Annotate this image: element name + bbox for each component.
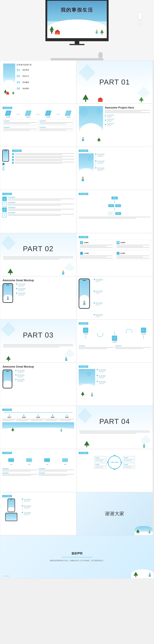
- grid-title-2: 行政管理: [120, 242, 125, 244]
- slide-awesome-great2: Awesome Great Mockup 22, Jan 2018: [0, 362, 77, 406]
- contents-item-2: 02 寒假生活: [17, 74, 73, 78]
- slide-header-6: 生活活动规划: [79, 193, 88, 195]
- slide-header-13: 生活活动规划: [2, 495, 12, 497]
- slide-timeline1: 生活活动规划: [77, 147, 153, 190]
- info-box-4: 活动流程说明: [39, 126, 74, 132]
- info-row-3: [12, 159, 74, 161]
- slide-part03: PART 03: [0, 320, 77, 362]
- slide-gear: 生活活动规划 活动流程 活动流程 标题文本预设: [77, 449, 153, 492]
- slide-header-5: 生活活动规划: [2, 193, 12, 195]
- icon-a: ①: [2, 196, 7, 201]
- copyright-text: 感谢您使用寒假设计作品，本模板仅供个人学习和使用。设计师原创作品！: [50, 559, 104, 562]
- row-4: 生活活动规划 ① ② ③ ④ 生活内容说明 生活内容说明: [0, 190, 154, 233]
- pt-date-2: 25, Jan 2018: [95, 290, 103, 292]
- phone-large: [2, 283, 15, 303]
- tl3-date-3: 22, Jan 2018: [24, 512, 31, 513]
- ag2-date-2: 22, Jan 2018: [17, 374, 24, 376]
- tl2-date-1: 22, Jan 2018: [99, 369, 106, 370]
- tl2-date-3: 22, Jan 2018: [99, 381, 106, 382]
- item-text-3: 寒假趣事: [22, 81, 29, 84]
- slide-info3: 活动流程规划 A 活动内容 B 活动内容: [77, 320, 153, 362]
- tag-1: 工作: [108, 204, 114, 207]
- year-2017: 2017: [2, 414, 17, 421]
- arrow-box-4: 活动流程说明: [39, 472, 74, 476]
- tl-date-2: 22, Jan 2018: [97, 160, 104, 162]
- pt-item-4: 25, Jan 2018: [94, 314, 151, 317]
- year-2021: 2021: [60, 414, 74, 421]
- contents-item-1: 01 我的寒假: [17, 68, 73, 72]
- u-connector-left: [97, 333, 103, 337]
- timeline-row-3: 22, Jan 2018: [105, 123, 150, 126]
- info-row-4: [12, 162, 74, 164]
- tl-item-2: 22, Jan 2018: [95, 160, 151, 166]
- slide-grid4: 生活活动规划 📋 日常事务 📊 行政管理: [77, 233, 153, 276]
- u-box-1: 活动流程说明: [79, 345, 114, 349]
- info2-row3: 生活内容说明: [8, 207, 74, 211]
- slide-timeline3: 生活活动规划: [0, 492, 77, 535]
- tl3-item-3: 22, Jan 2018: [22, 512, 74, 515]
- slide-part04: PART 04: [77, 406, 153, 449]
- ag-tl-3: 22, Jan 2018: [16, 292, 74, 296]
- info2-row1: 生活内容说明: [8, 196, 74, 200]
- awesome-great-title: Awesome Great Mockup: [2, 279, 74, 282]
- arrow-item-3: 活动: [44, 457, 50, 465]
- part04-desc: [79, 430, 150, 434]
- info-box-2: 活动流程说明: [39, 120, 74, 125]
- flow-label-3: 活动流程: [46, 116, 50, 118]
- date-1: 22, Jan 2018: [107, 114, 114, 116]
- slide-info4: 活动流程规划 活动 活动 活动 活动: [0, 449, 77, 492]
- slide-header-11: 活动流程规划: [2, 452, 12, 454]
- ag-tl-1: 22, Jan 2018: [16, 283, 74, 286]
- tl2-date-2: 22, Jan 2018: [99, 375, 106, 376]
- tl3-date-1: 22, Jan 2018: [24, 498, 31, 500]
- connector-3: [57, 114, 60, 114]
- pt-item-1: 25, Jan 2018: [94, 278, 151, 282]
- awesome-great2-title: Awesome Great Mockup: [2, 365, 74, 368]
- slide-header-bar-1: 活动流程规划: [2, 107, 12, 109]
- gear-center-text: 标题文本预设: [111, 462, 118, 463]
- u-item-3: C 活动内容: [141, 328, 146, 339]
- phone-mockup-2: [2, 370, 14, 388]
- flow-box-4: ④: [65, 110, 72, 116]
- flow-box-1: ①: [5, 110, 11, 116]
- row-8: Awesome Great Mockup 22, Jan 2018: [0, 362, 154, 406]
- phone-hand: [79, 278, 92, 317]
- date-2: 22, Jan 2018: [107, 118, 114, 120]
- thanks-text: 谢谢大家: [105, 510, 124, 517]
- monitor-screen: 我的寒假生活: [45, 0, 109, 41]
- small-icon-3: 💬: [2, 168, 5, 170]
- pt-date-3: 25, Jan 2018: [95, 302, 103, 304]
- row-11: 生活活动规划: [0, 492, 154, 535]
- awesome-project-title: Awesome Project Here: [105, 106, 150, 109]
- slide-copyright: 版权声明 感谢您使用寒假设计作品，本模板仅供个人学习和使用。设计师原创作品！ 0…: [0, 535, 154, 578]
- flow-box-2: ②: [25, 110, 31, 116]
- tag-3: 读书: [108, 212, 114, 215]
- slide-header-3: 生活活动规划: [12, 150, 22, 152]
- info2-row2: 生活内容说明: [8, 202, 74, 206]
- devices: [2, 498, 20, 521]
- u-item-2: B 活动内容: [112, 331, 117, 343]
- grid-item-3: 👤 人力资源: [79, 250, 114, 260]
- slide-phone-info: 📱 📊 💬 生活活动规划: [0, 147, 77, 190]
- slide-header-8: 活动流程规划: [79, 322, 88, 324]
- tl-date-3: 22, Jan 2018: [97, 167, 104, 168]
- item-num-1: 01: [17, 68, 21, 72]
- monitor: 我的寒假生活: [39, 0, 115, 56]
- info-box-1: 活动流程说明: [2, 120, 38, 125]
- ag-date-1: 22, Jan 2018: [18, 283, 25, 284]
- tl2-item-1: 22, Jan 2018: [97, 369, 151, 374]
- page-container: 我的寒假生活: [0, 0, 154, 578]
- arrow-box-1: 活动流程说明: [2, 468, 38, 472]
- row-10: 活动流程规划 活动 活动 活动 活动: [0, 449, 154, 492]
- ag2-date-1: 22, Jan 2018: [17, 370, 24, 371]
- grid-item-4: 📍 对外事务: [115, 250, 151, 260]
- tl3-date-2: 22, Jan 2018: [24, 505, 31, 506]
- tl-item-3: 22, Jan 2018: [95, 167, 151, 170]
- slide-contents: CONTENTS 01 我的寒假 02 寒假生活 03: [0, 60, 77, 104]
- ag2-tl-1: 22, Jan 2018: [15, 370, 74, 373]
- item-num-4: 04: [17, 87, 21, 90]
- timeline-row-2: 22, Jan 2018: [105, 118, 150, 122]
- info2-row4: 生活内容说明: [8, 212, 74, 216]
- grid-title-4: 对外事务: [120, 252, 125, 254]
- slide-info2: 生活活动规划 ① ② ③ ④ 生活内容说明 生活内容说明: [0, 190, 77, 233]
